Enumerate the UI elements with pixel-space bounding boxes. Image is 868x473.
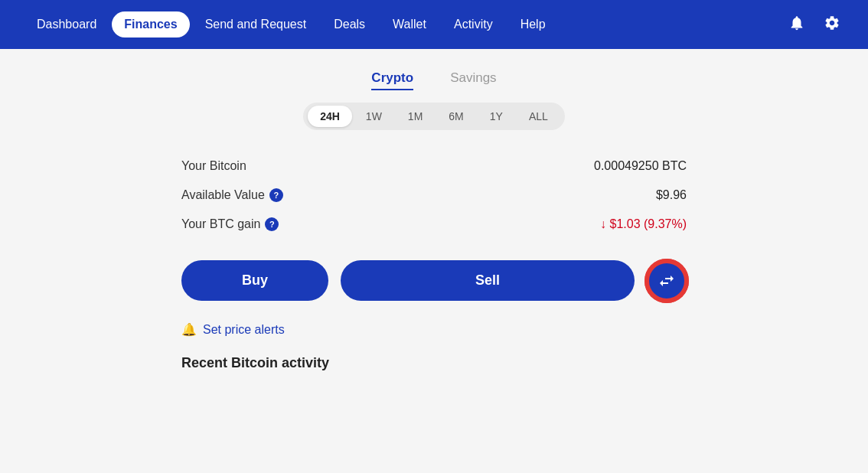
nav-item-finances[interactable]: Finances — [112, 11, 189, 38]
time-filter-6m[interactable]: 6M — [436, 106, 475, 127]
available-value-help-icon[interactable]: ? — [269, 188, 283, 202]
bitcoin-balance-label: Your Bitcoin — [181, 159, 246, 173]
set-price-alerts-link[interactable]: 🔔 Set price alerts — [181, 322, 687, 337]
tab-savings[interactable]: Savings — [450, 67, 496, 90]
tab-bar: Crypto Savings — [371, 67, 496, 90]
swap-button[interactable] — [647, 261, 687, 301]
bell-icon: 🔔 — [181, 322, 197, 337]
time-filter-bar: 24H 1W 1M 6M 1Y ALL — [303, 103, 565, 130]
time-filter-all[interactable]: ALL — [517, 106, 560, 127]
buy-button[interactable]: Buy — [181, 260, 328, 301]
bitcoin-info-section: Your Bitcoin 0.00049250 BTC Available Va… — [181, 152, 687, 239]
nav-item-activity[interactable]: Activity — [442, 11, 505, 38]
main-content: Crypto Savings 24H 1W 1M 6M 1Y ALL Your … — [0, 49, 868, 473]
bitcoin-balance-value: 0.00049250 BTC — [594, 159, 687, 173]
time-filter-24h[interactable]: 24H — [308, 106, 352, 127]
time-filter-1y[interactable]: 1Y — [478, 106, 515, 127]
nav-item-send-and-request[interactable]: Send and Request — [193, 11, 319, 38]
recent-activity-section: Recent Bitcoin activity — [181, 355, 687, 371]
btc-gain-value: ↓ $1.03 (9.37%) — [600, 217, 687, 231]
time-filter-1w[interactable]: 1W — [354, 106, 394, 127]
price-alerts-section: 🔔 Set price alerts — [181, 322, 687, 337]
navbar: DashboardFinancesSend and RequestDealsWa… — [0, 0, 868, 49]
btc-gain-label: Your BTC gain ? — [181, 217, 279, 231]
notification-icon[interactable] — [785, 11, 808, 38]
available-value-row: Available Value ? $9.96 — [181, 181, 687, 210]
nav-item-wallet[interactable]: Wallet — [380, 11, 439, 38]
nav-item-dashboard[interactable]: Dashboard — [24, 11, 109, 38]
settings-icon[interactable] — [821, 11, 844, 38]
recent-activity-title: Recent Bitcoin activity — [181, 355, 687, 371]
nav-item-help[interactable]: Help — [508, 11, 558, 38]
bitcoin-balance-row: Your Bitcoin 0.00049250 BTC — [181, 152, 687, 181]
btc-gain-row: Your BTC gain ? ↓ $1.03 (9.37%) — [181, 210, 687, 239]
available-value-label: Available Value ? — [181, 188, 283, 202]
available-value-value: $9.96 — [656, 188, 687, 202]
nav-item-deals[interactable]: Deals — [321, 11, 377, 38]
action-buttons-bar: Buy Sell — [181, 260, 687, 301]
time-filter-1m[interactable]: 1M — [396, 106, 435, 127]
sell-button[interactable]: Sell — [341, 260, 635, 301]
price-alerts-label: Set price alerts — [203, 323, 285, 337]
tab-crypto[interactable]: Crypto — [371, 67, 413, 90]
btc-gain-help-icon[interactable]: ? — [265, 217, 279, 231]
